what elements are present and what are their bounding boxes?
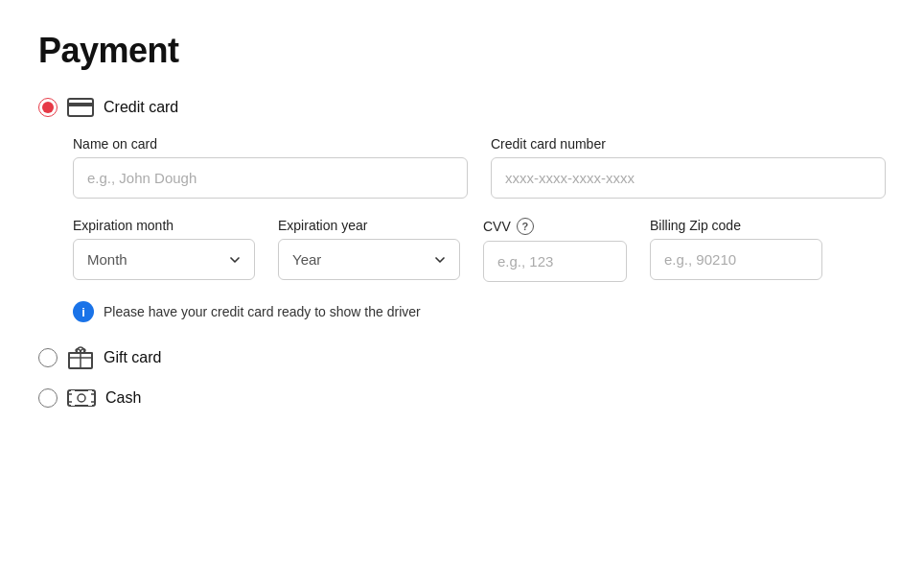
expiration-year-label: Expiration year [278, 218, 460, 233]
form-row-1: Name on card Credit card number [73, 136, 886, 199]
credit-card-label: Credit card [104, 99, 178, 116]
cvv-input[interactable] [483, 241, 627, 282]
name-on-card-label: Name on card [73, 136, 468, 152]
cash-radio[interactable] [38, 388, 58, 408]
cash-icon [67, 387, 96, 409]
svg-point-8 [78, 394, 85, 402]
svg-rect-1 [68, 103, 93, 106]
gift-card-icon [67, 345, 94, 370]
form-row-2: Expiration month Month 01020304 05060708… [73, 218, 886, 282]
cvv-label: CVV [483, 219, 511, 234]
page-title: Payment [38, 31, 886, 71]
info-banner: i Please have your credit card ready to … [73, 301, 886, 322]
billing-zip-group: Billing Zip code [650, 218, 822, 280]
svg-rect-0 [68, 99, 93, 116]
gift-card-option[interactable]: Gift card [38, 345, 886, 370]
credit-card-form: Name on card Credit card number Expirati… [73, 136, 886, 322]
cash-label: Cash [105, 389, 141, 407]
credit-card-number-label: Credit card number [491, 136, 886, 152]
svg-rect-6 [71, 390, 75, 406]
info-icon: i [73, 301, 94, 322]
billing-zip-input[interactable] [650, 239, 822, 280]
expiration-year-select[interactable]: Year 202420252026 2027202820292030 [278, 239, 460, 280]
expiration-month-group: Expiration month Month 01020304 05060708… [73, 218, 255, 280]
name-on-card-input[interactable] [73, 157, 468, 199]
credit-card-option[interactable]: Credit card [38, 98, 886, 117]
credit-card-number-group: Credit card number [491, 136, 886, 199]
name-on-card-group: Name on card [73, 136, 468, 199]
credit-card-number-input[interactable] [491, 157, 886, 199]
info-message: Please have your credit card ready to sh… [104, 304, 421, 319]
expiration-month-label: Expiration month [73, 218, 255, 233]
cvv-label-row: CVV ? [483, 218, 627, 235]
billing-zip-label: Billing Zip code [650, 218, 822, 233]
cvv-help-icon[interactable]: ? [517, 218, 534, 235]
cash-option[interactable]: Cash [38, 387, 886, 409]
cvv-group: CVV ? [483, 218, 627, 282]
expiration-month-select[interactable]: Month 01020304 05060708 09101112 [73, 239, 255, 280]
expiration-year-group: Expiration year Year 202420252026 202720… [278, 218, 460, 280]
gift-card-radio[interactable] [38, 348, 58, 367]
credit-card-icon [67, 98, 94, 117]
svg-rect-7 [88, 390, 92, 406]
gift-card-label: Gift card [104, 349, 161, 366]
credit-card-radio[interactable] [38, 98, 58, 117]
